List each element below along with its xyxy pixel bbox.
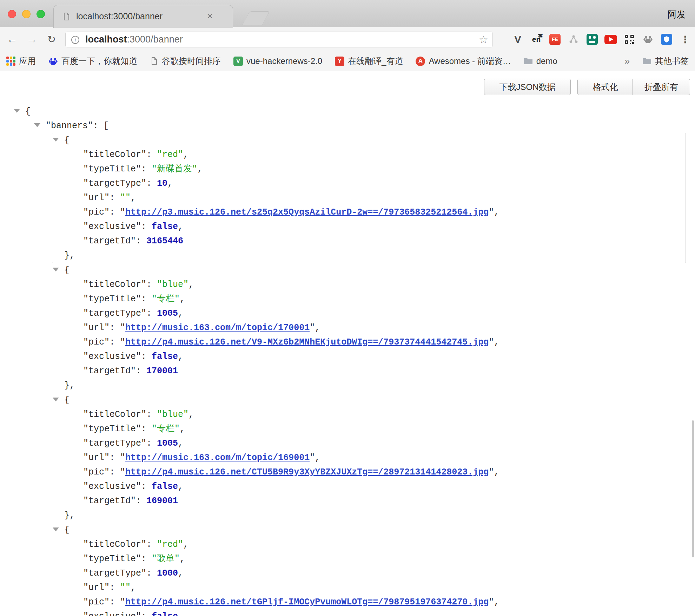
other-bookmarks-folder[interactable]: 其他书签 [642, 55, 689, 67]
fe-extension-icon[interactable]: FE [548, 32, 562, 46]
collapse-triangle-icon[interactable] [53, 398, 59, 401]
json-token: 1005 [157, 308, 178, 319]
translate-extension-icon[interactable]: en英 [529, 32, 543, 46]
json-token: "typeTitle" [83, 424, 141, 434]
json-line: "exclusive": false [52, 609, 686, 616]
json-token: : [136, 236, 146, 246]
json-token: "url" [83, 583, 110, 593]
json-line: "pic": "http://p4.music.126.net/tGPljf-I… [52, 595, 686, 609]
json-token: "typeTitle" [83, 294, 141, 304]
back-button[interactable]: ← [5, 32, 20, 47]
json-token: , [494, 467, 499, 477]
scrollbar-thumb[interactable] [692, 420, 694, 557]
json-token: : [110, 207, 120, 217]
browser-tab[interactable]: localhost:3000/banner × [53, 5, 233, 28]
json-token: " [120, 337, 125, 347]
vimium-extension-icon[interactable]: V [511, 32, 525, 46]
org-extension-icon[interactable] [567, 32, 581, 46]
bookmark-label: 谷歌按时间排序 [162, 55, 221, 67]
url-text[interactable]: localhost:3000/banner [85, 32, 183, 47]
json-token: "typeTitle" [83, 554, 141, 564]
json-token: "targetId" [83, 496, 136, 506]
json-line: "typeTitle": "专栏", [52, 292, 686, 306]
json-link[interactable]: http://music.163.com/m/topic/170001 [125, 323, 310, 333]
json-link[interactable]: http://p4.music.126.net/V9-MXz6b2MNhEKju… [125, 337, 489, 347]
json-token: "专栏" [152, 424, 180, 434]
collapse-all-button[interactable]: 折叠所有 [633, 79, 690, 95]
json-token: : [146, 409, 157, 420]
json-token: "targetType" [83, 568, 146, 578]
download-json-button[interactable]: 下载JSON数据 [484, 79, 571, 95]
json-token: "titleColor" [83, 409, 146, 420]
collapse-triangle-icon[interactable] [53, 268, 59, 271]
reload-button[interactable]: ↻ [44, 32, 59, 47]
format-button[interactable]: 格式化 [577, 79, 633, 95]
json-token: "" [120, 583, 131, 593]
json-link[interactable]: http://p4.music.126.net/tGPljf-IMOCyPvum… [125, 597, 489, 607]
monkey-extension-icon[interactable] [585, 32, 599, 46]
window-minimize-button[interactable] [22, 10, 31, 18]
json-link[interactable]: http://music.163.com/m/topic/169001 [125, 453, 310, 463]
json-token: , [178, 222, 183, 232]
browser-menu-icon[interactable]: ⋮ [678, 32, 692, 46]
bookmark-star-icon[interactable]: ☆ [479, 33, 488, 46]
window-titlebar: localhost:3000/banner × 阿发 [0, 0, 695, 27]
bookmark-label: Awesomes - 前端资… [429, 55, 511, 67]
page-info-icon[interactable]: i [71, 36, 79, 44]
tab-close-icon[interactable]: × [205, 11, 215, 22]
collapse-triangle-icon[interactable] [14, 109, 20, 113]
shield-extension-icon[interactable] [660, 32, 674, 46]
collapse-triangle-icon[interactable] [34, 123, 40, 127]
paw-extension-icon[interactable] [641, 32, 655, 46]
youdao-icon: Y [335, 57, 344, 66]
json-line: "titleColor": "red", [52, 537, 686, 552]
qrcode-extension-icon[interactable] [622, 32, 636, 46]
json-token: , [178, 568, 183, 578]
profile-name[interactable]: 阿发 [668, 8, 686, 21]
address-bar[interactable]: i localhost:3000/banner ☆ [65, 32, 493, 47]
tab-title: localhost:3000/banner [76, 5, 163, 27]
json-line: "targetId": 169001 [52, 494, 686, 508]
bookmark-item-youdao[interactable]: Y 在线翻译_有道 [335, 55, 403, 67]
other-bookmarks-label: 其他书签 [655, 55, 689, 67]
bookmarks-overflow-chevron[interactable]: » [624, 56, 630, 67]
json-token: , [178, 438, 183, 448]
json-token: }, [64, 380, 75, 391]
page-content: 下载JSON数据 格式化 折叠所有 {"banners": [{"titleCo… [0, 72, 695, 616]
json-token: , [494, 207, 499, 217]
json-token: "targetType" [83, 438, 146, 448]
json-link[interactable]: http://p4.music.126.net/CTU5B9R9y3XyYBZX… [125, 467, 489, 477]
json-token: , [494, 337, 499, 347]
json-token: , [188, 409, 194, 420]
bookmark-folder-demo[interactable]: demo [524, 56, 557, 66]
bookmarks-bar: 应用 百度一下，你就知道 谷歌按时间排序 V vue-hackernews-2.… [0, 51, 695, 71]
json-token: "targetType" [83, 308, 146, 319]
json-token: : [141, 424, 152, 434]
collapse-triangle-icon[interactable] [53, 138, 59, 142]
bookmark-item-baidu[interactable]: 百度一下，你就知道 [48, 55, 137, 67]
json-token: , [188, 280, 194, 290]
json-token: " [120, 323, 125, 333]
json-line: "exclusive": false, [52, 349, 686, 364]
json-token: 1000 [157, 568, 178, 578]
url-host: localhost [85, 34, 127, 45]
json-line: "targetId": 3165446 [52, 234, 686, 248]
json-token: " [120, 207, 125, 217]
json-token: false [152, 481, 178, 492]
youtube-extension-icon[interactable] [604, 32, 618, 46]
collapse-triangle-icon[interactable] [53, 527, 59, 531]
apps-shortcut[interactable]: 应用 [6, 55, 36, 67]
window-maximize-button[interactable] [37, 10, 45, 18]
bookmark-item-vue-hackernews[interactable]: V vue-hackernews-2.0 [233, 56, 322, 66]
new-tab-button[interactable] [242, 11, 270, 25]
window-close-button[interactable] [8, 10, 16, 18]
bookmark-item-google-sort[interactable]: 谷歌按时间排序 [150, 55, 221, 67]
json-line: { [52, 393, 686, 407]
json-token: "" [120, 193, 131, 203]
bookmark-item-awesomes[interactable]: A Awesomes - 前端资… [416, 55, 511, 67]
json-token: "banners" [46, 121, 93, 131]
json-link[interactable]: http://p3.music.126.net/s25q2x5QyqsAzilC… [125, 207, 489, 217]
json-token: : [110, 597, 120, 607]
extension-toolbar: V en英 FE [511, 31, 692, 48]
json-token: "titleColor" [83, 150, 146, 160]
